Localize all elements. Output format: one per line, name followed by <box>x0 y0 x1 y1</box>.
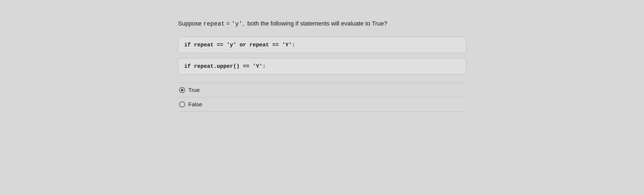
option-false-label: False <box>188 101 202 108</box>
question-text-before: Suppose <box>178 20 203 27</box>
option-true-label: True <box>188 87 200 93</box>
code-block-2-content: if repeat.upper() == 'Y': <box>184 63 266 69</box>
code-block-1-content: if repeat == 'y' or repeat == 'Y': <box>184 42 295 48</box>
code-block-2: if repeat.upper() == 'Y': <box>178 58 466 75</box>
question-text: Suppose repeat = 'y', both the following… <box>178 19 466 28</box>
question-text-after: , both the following if statements will … <box>242 20 387 27</box>
question-text-middle: = <box>225 20 232 27</box>
option-false-row[interactable]: False <box>178 97 466 112</box>
radio-true-inner <box>181 89 183 91</box>
question-code-variable: repeat <box>203 21 225 27</box>
code-block-1: if repeat == 'y' or repeat == 'Y': <box>178 37 466 53</box>
option-true-row[interactable]: True <box>178 83 466 97</box>
question-code-value: 'y' <box>232 21 242 27</box>
question-container: Suppose repeat = 'y', both the following… <box>173 11 472 120</box>
radio-false[interactable] <box>179 101 185 107</box>
radio-true[interactable] <box>179 87 185 93</box>
